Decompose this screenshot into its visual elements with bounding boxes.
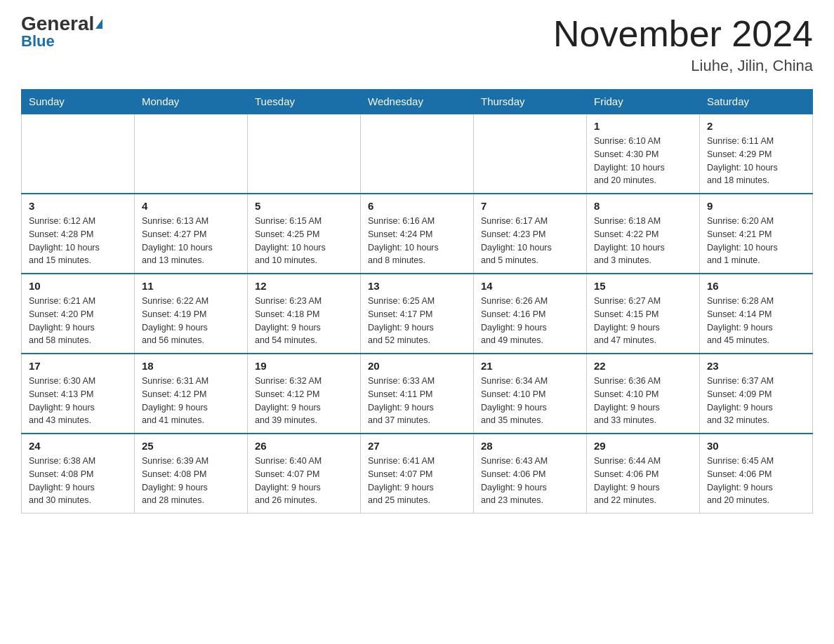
- calendar-cell: 10Sunrise: 6:21 AM Sunset: 4:20 PM Dayli…: [22, 274, 135, 354]
- calendar-table: SundayMondayTuesdayWednesdayThursdayFrid…: [21, 89, 813, 514]
- day-number: 7: [481, 200, 579, 212]
- calendar-cell: 17Sunrise: 6:30 AM Sunset: 4:13 PM Dayli…: [22, 354, 135, 434]
- calendar-cell: 3Sunrise: 6:12 AM Sunset: 4:28 PM Daylig…: [22, 194, 135, 274]
- calendar-week-3: 10Sunrise: 6:21 AM Sunset: 4:20 PM Dayli…: [22, 274, 813, 354]
- day-info: Sunrise: 6:26 AM Sunset: 4:16 PM Dayligh…: [481, 295, 579, 347]
- logo-general: General: [21, 14, 94, 34]
- day-number: 6: [368, 200, 466, 212]
- calendar-cell: 19Sunrise: 6:32 AM Sunset: 4:12 PM Dayli…: [248, 354, 361, 434]
- day-number: 20: [368, 360, 466, 372]
- day-number: 18: [142, 360, 240, 372]
- calendar-week-1: 1Sunrise: 6:10 AM Sunset: 4:30 PM Daylig…: [22, 114, 813, 194]
- weekday-header-monday: Monday: [135, 90, 248, 114]
- calendar-week-4: 17Sunrise: 6:30 AM Sunset: 4:13 PM Dayli…: [22, 354, 813, 434]
- calendar-cell: [135, 114, 248, 194]
- page-header: General Blue November 2024 Liuhe, Jilin,…: [21, 14, 813, 75]
- day-info: Sunrise: 6:11 AM Sunset: 4:29 PM Dayligh…: [707, 135, 805, 187]
- day-info: Sunrise: 6:44 AM Sunset: 4:06 PM Dayligh…: [594, 455, 692, 507]
- day-number: 8: [594, 200, 692, 212]
- calendar-cell: 24Sunrise: 6:38 AM Sunset: 4:08 PM Dayli…: [22, 434, 135, 514]
- day-number: 26: [255, 440, 353, 452]
- calendar-week-2: 3Sunrise: 6:12 AM Sunset: 4:28 PM Daylig…: [22, 194, 813, 274]
- day-info: Sunrise: 6:13 AM Sunset: 4:27 PM Dayligh…: [142, 215, 240, 267]
- day-number: 10: [29, 280, 127, 292]
- calendar-cell: [474, 114, 587, 194]
- day-info: Sunrise: 6:33 AM Sunset: 4:11 PM Dayligh…: [368, 375, 466, 427]
- day-info: Sunrise: 6:43 AM Sunset: 4:06 PM Dayligh…: [481, 455, 579, 507]
- day-info: Sunrise: 6:31 AM Sunset: 4:12 PM Dayligh…: [142, 375, 240, 427]
- day-number: 11: [142, 280, 240, 292]
- weekday-header-wednesday: Wednesday: [361, 90, 474, 114]
- calendar-cell: 7Sunrise: 6:17 AM Sunset: 4:23 PM Daylig…: [474, 194, 587, 274]
- calendar-cell: 12Sunrise: 6:23 AM Sunset: 4:18 PM Dayli…: [248, 274, 361, 354]
- weekday-header-tuesday: Tuesday: [248, 90, 361, 114]
- day-info: Sunrise: 6:21 AM Sunset: 4:20 PM Dayligh…: [29, 295, 127, 347]
- day-number: 4: [142, 200, 240, 212]
- day-number: 30: [707, 440, 805, 452]
- weekday-header-thursday: Thursday: [474, 90, 587, 114]
- day-info: Sunrise: 6:20 AM Sunset: 4:21 PM Dayligh…: [707, 215, 805, 267]
- calendar-cell: 26Sunrise: 6:40 AM Sunset: 4:07 PM Dayli…: [248, 434, 361, 514]
- day-number: 28: [481, 440, 579, 452]
- weekday-header-saturday: Saturday: [700, 90, 813, 114]
- day-info: Sunrise: 6:32 AM Sunset: 4:12 PM Dayligh…: [255, 375, 353, 427]
- day-info: Sunrise: 6:18 AM Sunset: 4:22 PM Dayligh…: [594, 215, 692, 267]
- calendar-cell: 9Sunrise: 6:20 AM Sunset: 4:21 PM Daylig…: [700, 194, 813, 274]
- day-number: 5: [255, 200, 353, 212]
- day-info: Sunrise: 6:38 AM Sunset: 4:08 PM Dayligh…: [29, 455, 127, 507]
- day-number: 14: [481, 280, 579, 292]
- calendar-cell: 4Sunrise: 6:13 AM Sunset: 4:27 PM Daylig…: [135, 194, 248, 274]
- day-info: Sunrise: 6:39 AM Sunset: 4:08 PM Dayligh…: [142, 455, 240, 507]
- day-number: 1: [594, 120, 692, 132]
- day-number: 16: [707, 280, 805, 292]
- day-number: 22: [594, 360, 692, 372]
- day-info: Sunrise: 6:27 AM Sunset: 4:15 PM Dayligh…: [594, 295, 692, 347]
- day-info: Sunrise: 6:22 AM Sunset: 4:19 PM Dayligh…: [142, 295, 240, 347]
- weekday-header-sunday: Sunday: [22, 90, 135, 114]
- day-info: Sunrise: 6:12 AM Sunset: 4:28 PM Dayligh…: [29, 215, 127, 267]
- calendar-cell: 16Sunrise: 6:28 AM Sunset: 4:14 PM Dayli…: [700, 274, 813, 354]
- day-info: Sunrise: 6:17 AM Sunset: 4:23 PM Dayligh…: [481, 215, 579, 267]
- day-number: 23: [707, 360, 805, 372]
- calendar-cell: [22, 114, 135, 194]
- calendar-week-5: 24Sunrise: 6:38 AM Sunset: 4:08 PM Dayli…: [22, 434, 813, 514]
- calendar-cell: 6Sunrise: 6:16 AM Sunset: 4:24 PM Daylig…: [361, 194, 474, 274]
- day-info: Sunrise: 6:41 AM Sunset: 4:07 PM Dayligh…: [368, 455, 466, 507]
- calendar-cell: 5Sunrise: 6:15 AM Sunset: 4:25 PM Daylig…: [248, 194, 361, 274]
- day-number: 15: [594, 280, 692, 292]
- weekday-header-friday: Friday: [587, 90, 700, 114]
- day-number: 9: [707, 200, 805, 212]
- day-info: Sunrise: 6:45 AM Sunset: 4:06 PM Dayligh…: [707, 455, 805, 507]
- calendar-cell: 21Sunrise: 6:34 AM Sunset: 4:10 PM Dayli…: [474, 354, 587, 434]
- logo-triangle-icon: [95, 19, 102, 29]
- day-info: Sunrise: 6:37 AM Sunset: 4:09 PM Dayligh…: [707, 375, 805, 427]
- calendar-subtitle: Liuhe, Jilin, China: [553, 57, 813, 75]
- day-number: 19: [255, 360, 353, 372]
- calendar-cell: 13Sunrise: 6:25 AM Sunset: 4:17 PM Dayli…: [361, 274, 474, 354]
- calendar-cell: 8Sunrise: 6:18 AM Sunset: 4:22 PM Daylig…: [587, 194, 700, 274]
- day-info: Sunrise: 6:36 AM Sunset: 4:10 PM Dayligh…: [594, 375, 692, 427]
- calendar-cell: 11Sunrise: 6:22 AM Sunset: 4:19 PM Dayli…: [135, 274, 248, 354]
- day-info: Sunrise: 6:28 AM Sunset: 4:14 PM Dayligh…: [707, 295, 805, 347]
- day-number: 13: [368, 280, 466, 292]
- calendar-cell: 29Sunrise: 6:44 AM Sunset: 4:06 PM Dayli…: [587, 434, 700, 514]
- day-info: Sunrise: 6:23 AM Sunset: 4:18 PM Dayligh…: [255, 295, 353, 347]
- calendar-cell: [361, 114, 474, 194]
- calendar-cell: [248, 114, 361, 194]
- day-number: 21: [481, 360, 579, 372]
- day-info: Sunrise: 6:15 AM Sunset: 4:25 PM Dayligh…: [255, 215, 353, 267]
- day-number: 24: [29, 440, 127, 452]
- day-number: 2: [707, 120, 805, 132]
- calendar-body: 1Sunrise: 6:10 AM Sunset: 4:30 PM Daylig…: [22, 114, 813, 514]
- logo: General Blue: [21, 14, 102, 49]
- calendar-cell: 14Sunrise: 6:26 AM Sunset: 4:16 PM Dayli…: [474, 274, 587, 354]
- day-number: 25: [142, 440, 240, 452]
- day-info: Sunrise: 6:30 AM Sunset: 4:13 PM Dayligh…: [29, 375, 127, 427]
- day-number: 17: [29, 360, 127, 372]
- calendar-title: November 2024: [553, 14, 813, 54]
- day-info: Sunrise: 6:10 AM Sunset: 4:30 PM Dayligh…: [594, 135, 692, 187]
- calendar-cell: 30Sunrise: 6:45 AM Sunset: 4:06 PM Dayli…: [700, 434, 813, 514]
- day-info: Sunrise: 6:25 AM Sunset: 4:17 PM Dayligh…: [368, 295, 466, 347]
- calendar-cell: 28Sunrise: 6:43 AM Sunset: 4:06 PM Dayli…: [474, 434, 587, 514]
- day-number: 12: [255, 280, 353, 292]
